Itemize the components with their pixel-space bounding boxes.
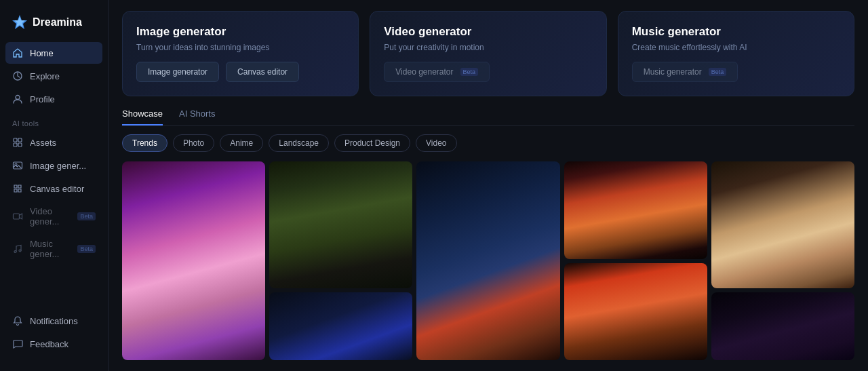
video-generator-title: Video generator: [384, 25, 592, 39]
music-generator-button[interactable]: Music generator Beta: [632, 62, 738, 82]
filter-landscape[interactable]: Landscape: [269, 134, 329, 152]
video-generator-buttons: Video generator Beta: [384, 62, 592, 82]
sidebar-bottom: Notifications Feedback: [0, 310, 108, 363]
image-generator-title: Image generator: [136, 25, 344, 39]
sidebar-item-image-gen-label: Image gener...: [30, 161, 86, 171]
showcase-img-cat-astro[interactable]: [416, 161, 559, 360]
svg-rect-10: [14, 214, 20, 219]
svg-rect-5: [18, 138, 22, 142]
showcase-col-4: [564, 161, 707, 360]
showcase-col-2: [269, 161, 412, 360]
sidebar-item-music-gen-label: Music gener...: [30, 239, 68, 259]
showcase-col-5: [711, 161, 854, 360]
svg-point-12: [19, 250, 21, 252]
sidebar-item-profile-label: Profile: [30, 94, 55, 104]
sidebar-item-canvas-label: Canvas editor: [30, 184, 84, 194]
music-gen-icon: [12, 243, 23, 254]
image-generator-button[interactable]: Image generator: [136, 62, 219, 82]
video-gen-badge: Beta: [77, 212, 96, 220]
filter-video[interactable]: Video: [416, 134, 456, 152]
showcase-img-fashion[interactable]: [711, 161, 854, 288]
feedback-icon: [12, 338, 23, 349]
image-generator-buttons: Image generator Canvas editor: [136, 62, 344, 82]
sidebar-item-notifications[interactable]: Notifications: [5, 310, 102, 332]
logo-icon: [11, 14, 28, 31]
bell-icon: [12, 315, 23, 326]
ai-tools-nav: Assets Image gener... Canvas editor: [0, 132, 108, 265]
assets-icon: [12, 137, 23, 148]
video-generator-desc: Put your creativity in motion: [384, 43, 592, 52]
showcase-img-anime[interactable]: [711, 292, 854, 360]
main-content: Image generator Turn your ideas into stu…: [108, 0, 868, 371]
explore-icon: [12, 71, 23, 81]
canvas-editor-button[interactable]: Canvas editor: [226, 62, 299, 82]
svg-point-11: [14, 251, 16, 253]
music-card-badge: Beta: [709, 68, 727, 76]
music-generator-buttons: Music generator Beta: [632, 62, 840, 82]
logo: Dreamina: [0, 8, 108, 42]
sidebar-item-image-gen[interactable]: Image gener...: [5, 155, 102, 176]
filter-anime[interactable]: Anime: [220, 134, 263, 152]
music-generator-card: Music generator Create music effortlessl…: [618, 11, 854, 96]
showcase-img-monster[interactable]: [269, 161, 412, 288]
sidebar-item-feedback[interactable]: Feedback: [5, 333, 102, 355]
video-generator-card: Video generator Put your creativity in m…: [370, 11, 606, 96]
home-icon: [12, 47, 23, 58]
filter-photo[interactable]: Photo: [173, 134, 214, 152]
image-generator-desc: Turn your ideas into stunning images: [136, 43, 344, 52]
sidebar: Dreamina Home Explore: [0, 0, 108, 371]
profile-icon: [12, 94, 23, 104]
sidebar-item-assets-label: Assets: [30, 138, 56, 148]
tab-ai-shorts[interactable]: AI Shorts: [179, 109, 215, 125]
sidebar-item-video-gen[interactable]: Video gener... Beta: [5, 201, 102, 232]
ai-tools-label: AI tools: [0, 110, 108, 132]
showcase-img-space[interactable]: [269, 292, 412, 360]
tabs-row: Showcase AI Shorts: [122, 109, 854, 126]
sidebar-item-profile[interactable]: Profile: [5, 88, 102, 110]
tool-cards-row: Image generator Turn your ideas into stu…: [122, 11, 854, 96]
sidebar-item-explore[interactable]: Explore: [5, 65, 102, 87]
video-card-badge: Beta: [460, 68, 479, 76]
showcase-col-1: [122, 161, 265, 360]
svg-rect-4: [14, 138, 17, 142]
svg-rect-7: [18, 143, 22, 147]
sidebar-item-home-label: Home: [30, 48, 54, 58]
filter-product-design[interactable]: Product Design: [334, 134, 410, 152]
sidebar-item-assets[interactable]: Assets: [5, 132, 102, 153]
filter-pills: Trends Photo Anime Landscape Product Des…: [122, 134, 854, 152]
main-nav: Home Explore Profile: [0, 42, 108, 110]
showcase-img-planet[interactable]: [564, 161, 707, 259]
music-gen-badge: Beta: [77, 245, 96, 253]
tab-showcase[interactable]: Showcase: [122, 109, 163, 125]
video-gen-icon: [12, 211, 23, 222]
showcase-col-3: [416, 161, 559, 360]
svg-point-3: [16, 96, 20, 100]
showcase-grid: [122, 161, 854, 360]
sidebar-item-canvas-editor[interactable]: Canvas editor: [5, 178, 102, 199]
canvas-icon: [12, 183, 23, 194]
sidebar-item-feedback-label: Feedback: [30, 339, 68, 349]
sidebar-item-video-gen-label: Video gener...: [30, 206, 68, 227]
image-gen-icon: [12, 160, 23, 171]
showcase-img-silhouette[interactable]: [564, 263, 707, 361]
sidebar-item-explore-label: Explore: [30, 71, 60, 81]
video-generator-button[interactable]: Video generator Beta: [384, 62, 490, 82]
sidebar-item-home[interactable]: Home: [5, 42, 102, 64]
filter-trends[interactable]: Trends: [122, 134, 167, 152]
music-generator-desc: Create music effortlessly with AI: [632, 43, 840, 52]
sidebar-item-notifications-label: Notifications: [30, 316, 78, 326]
image-generator-card: Image generator Turn your ideas into stu…: [122, 11, 359, 96]
logo-text: Dreamina: [33, 16, 82, 28]
music-generator-title: Music generator: [632, 25, 840, 39]
svg-rect-6: [14, 143, 17, 147]
showcase-img-princess[interactable]: [122, 161, 265, 360]
sidebar-item-music-gen[interactable]: Music gener... Beta: [5, 233, 102, 265]
